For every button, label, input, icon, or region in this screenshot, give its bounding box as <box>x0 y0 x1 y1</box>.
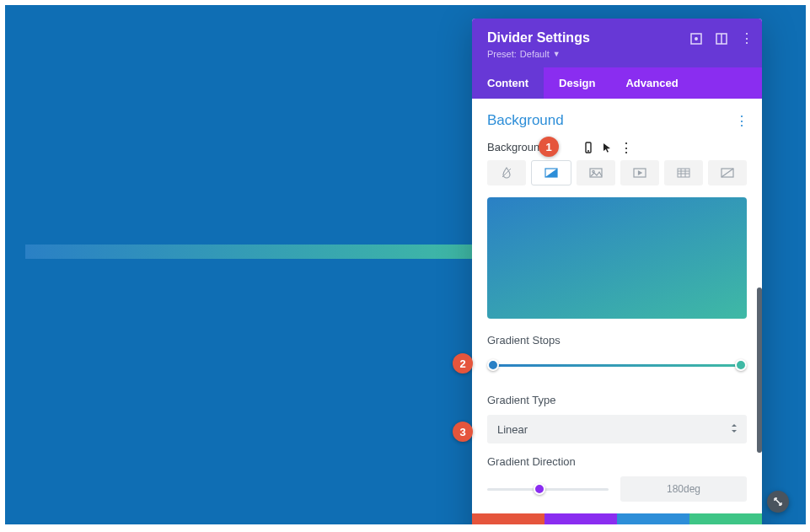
gradient-direction-label: Gradient Direction <box>487 455 747 468</box>
save-button[interactable] <box>689 513 762 524</box>
gradient-direction-handle[interactable] <box>534 483 545 495</box>
preset-prefix: Preset: <box>487 49 517 59</box>
scrollbar-thumb[interactable] <box>757 287 762 453</box>
redo-button[interactable] <box>617 513 689 524</box>
chevron-down-icon: ▼ <box>553 50 561 58</box>
panel-header: Divider Settings Preset: Default ▼ <box>472 19 762 67</box>
section-title-background[interactable]: Background <box>487 112 747 129</box>
expand-icon[interactable] <box>689 32 703 46</box>
gradient-stops-track <box>492 364 742 367</box>
svg-point-1 <box>695 38 697 40</box>
select-caret-icon <box>730 422 738 436</box>
annotation-badge-1: 1 <box>539 137 559 157</box>
panel-more-icon[interactable] <box>740 32 754 46</box>
settings-panel: Divider Settings Preset: Default ▼ Conte… <box>472 19 762 524</box>
gradient-stops-label: Gradient Stops <box>487 334 747 347</box>
gradient-preview[interactable] <box>487 197 747 319</box>
tab-design[interactable]: Design <box>544 67 610 99</box>
direction-track-bg <box>487 488 609 491</box>
annotation-badge-3: 3 <box>453 422 473 442</box>
snap-icon[interactable] <box>715 32 728 46</box>
undo-button[interactable] <box>544 513 617 524</box>
bg-gradient-tab[interactable] <box>531 160 571 185</box>
gradient-stop-handle-start[interactable] <box>487 359 499 371</box>
bg-image-tab[interactable] <box>577 160 615 185</box>
phone-icon[interactable] <box>582 142 594 153</box>
preset-selector[interactable]: Preset: Default ▼ <box>487 49 747 59</box>
tab-content[interactable]: Content <box>472 67 544 99</box>
panel-footer <box>472 513 762 524</box>
cancel-button[interactable] <box>472 513 544 524</box>
background-field-label: Background <box>487 141 545 153</box>
background-type-tabs <box>487 160 747 185</box>
svg-rect-11 <box>678 169 689 177</box>
resize-corner-button[interactable] <box>767 491 789 513</box>
gradient-direction-input[interactable] <box>620 476 747 502</box>
gradient-type-select[interactable]: Linear <box>487 415 747 443</box>
field-more-icon[interactable] <box>620 142 631 153</box>
hover-cursor-icon[interactable] <box>601 142 613 153</box>
gradient-direction-slider[interactable] <box>487 482 609 496</box>
responsive-icon-row <box>557 142 631 153</box>
gradient-direction-row <box>487 476 747 502</box>
background-field-label-row: Background <box>487 141 747 153</box>
tab-advanced[interactable]: Advanced <box>610 67 693 99</box>
section-more-icon[interactable] <box>735 114 748 129</box>
gradient-type-label: Gradient Type <box>487 394 747 406</box>
header-icon-row <box>689 32 754 46</box>
bg-video-tab[interactable] <box>620 160 659 185</box>
bg-color-tab[interactable] <box>487 160 526 185</box>
gradient-type-value: Linear <box>487 415 747 443</box>
gradient-stop-handle-end[interactable] <box>735 359 747 371</box>
gradient-stops-slider[interactable] <box>487 358 747 372</box>
page-canvas: Divider Settings Preset: Default ▼ Conte… <box>5 5 806 524</box>
preset-value: Default <box>520 49 550 59</box>
tab-bar: Content Design Advanced <box>472 67 762 99</box>
divider-module-preview[interactable] <box>25 245 472 259</box>
svg-line-19 <box>775 499 780 504</box>
bg-mask-tab[interactable] <box>708 160 747 185</box>
panel-body: Background Background <box>472 99 762 513</box>
bg-pattern-tab[interactable] <box>664 160 703 185</box>
annotation-badge-2: 2 <box>453 353 473 373</box>
